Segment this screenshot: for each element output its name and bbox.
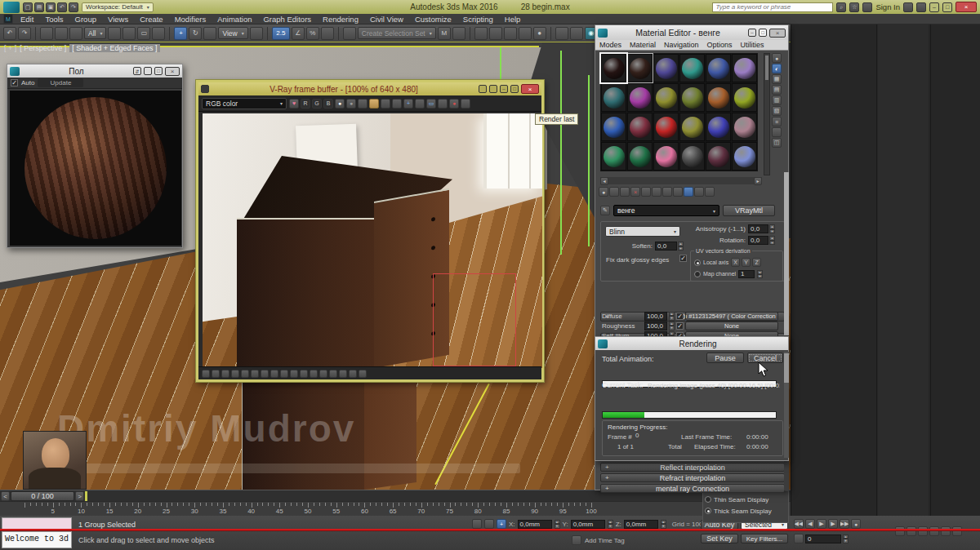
- menu-views[interactable]: Views: [102, 15, 134, 24]
- window-maximize-icon[interactable]: □: [942, 2, 952, 12]
- viewport-nav-label[interactable]: [ + ]: [4, 44, 16, 52]
- window-close-icon[interactable]: ×: [956, 2, 977, 12]
- unlink-selection-icon[interactable]: [55, 27, 68, 40]
- pixel-info-icon[interactable]: [359, 370, 367, 378]
- select-and-link-icon[interactable]: [40, 27, 53, 40]
- favorites-star-icon[interactable]: ☆: [849, 2, 859, 12]
- color-balance-icon[interactable]: [270, 370, 278, 378]
- rotation-field[interactable]: 0,0: [748, 236, 768, 245]
- previous-frame-icon[interactable]: ◀: [805, 519, 815, 529]
- selection-filter-dropdown[interactable]: All▾: [84, 27, 106, 39]
- pick-material-eyedropper-icon[interactable]: ✎: [600, 206, 610, 215]
- menu-navigation[interactable]: Navigation: [660, 41, 703, 49]
- soften-field[interactable]: 0,0: [655, 242, 677, 251]
- cloud-render-icon[interactable]: [461, 99, 470, 109]
- rendering-dialog-scrollbar[interactable]: [784, 352, 789, 458]
- align-icon[interactable]: [452, 27, 466, 40]
- material-swatch[interactable]: [679, 54, 705, 82]
- material-editor-icon[interactable]: ●: [533, 27, 546, 40]
- sample-type-icon[interactable]: ●: [772, 53, 782, 63]
- background-checker-icon[interactable]: ▦: [772, 74, 782, 84]
- vfb-maximize-icon[interactable]: □: [510, 85, 519, 93]
- material-swatch[interactable]: [732, 54, 757, 82]
- material-swatch[interactable]: [679, 142, 705, 171]
- layer-manager-icon[interactable]: [474, 27, 488, 40]
- thick-seam-radio[interactable]: [705, 508, 711, 514]
- map-channel-radio[interactable]: [694, 271, 701, 277]
- sample-slots-vscrollbar[interactable]: [764, 53, 770, 175]
- previous-frame-arrow[interactable]: <: [1, 491, 10, 501]
- map-channel-field[interactable]: 1: [738, 270, 755, 278]
- absolute-mode-icon[interactable]: +: [497, 519, 506, 529]
- orbit-icon[interactable]: [941, 526, 951, 536]
- select-by-name-icon[interactable]: [122, 27, 136, 40]
- menu-material[interactable]: Material: [626, 41, 660, 49]
- material-swatch[interactable]: [601, 54, 626, 82]
- menu-utilities[interactable]: Utilities: [737, 41, 768, 49]
- load-image-icon[interactable]: [369, 99, 379, 109]
- render-setup-icon[interactable]: [555, 27, 568, 40]
- next-frame-arrow[interactable]: >: [75, 491, 84, 501]
- sample-slots-hscrollbar[interactable]: ◂ ▸: [600, 177, 762, 184]
- blue-channel-icon[interactable]: B: [323, 99, 333, 109]
- video-color-check-icon[interactable]: ▥: [772, 95, 782, 105]
- play-animation-icon[interactable]: ▶: [817, 519, 826, 529]
- material-swatch[interactable]: [627, 113, 653, 141]
- map-button[interactable]: з #1123125497 ( Color Correction ): [685, 312, 778, 321]
- viewport-shading-label[interactable]: [ Shaded + Edged Faces ]: [69, 44, 159, 52]
- go-to-end-icon[interactable]: ▶▶: [840, 519, 849, 529]
- region-render-icon[interactable]: ▭: [426, 99, 436, 109]
- material-swatch[interactable]: [601, 83, 626, 112]
- material-swatch[interactable]: [706, 83, 731, 112]
- zoom-icon[interactable]: [895, 526, 905, 536]
- material-swatch[interactable]: [653, 83, 679, 112]
- menu-civil-view[interactable]: Civil View: [364, 15, 409, 24]
- rollout-refract-interpolation[interactable]: +Refract interpolation: [600, 473, 785, 482]
- vfb-pin-icon[interactable]: [479, 85, 487, 93]
- graphite-ribbon-icon[interactable]: [489, 27, 502, 40]
- material-swatch[interactable]: [732, 142, 757, 171]
- go-to-start-icon[interactable]: ◀◀: [794, 519, 804, 529]
- go-to-parent-icon[interactable]: [694, 187, 704, 197]
- red-channel-icon[interactable]: R: [301, 99, 310, 109]
- y-coord-field[interactable]: 0,0mm: [571, 520, 605, 529]
- preview-window-titlebar[interactable]: Пол ⇵ □ ×: [7, 64, 182, 78]
- vfb-close-icon[interactable]: ×: [521, 84, 539, 94]
- add-time-tag[interactable]: Add Time Tag: [585, 537, 625, 544]
- track-bar[interactable]: 5101520253035404550556065707580859095100: [0, 501, 791, 516]
- bind-to-space-warp-icon[interactable]: [69, 27, 82, 40]
- anisotropy-field[interactable]: 0,0: [748, 224, 768, 233]
- selection-lock-icon[interactable]: [484, 519, 494, 529]
- material-swatch[interactable]: [601, 142, 626, 171]
- window-minimize-icon[interactable]: –: [929, 2, 939, 12]
- menu-scripting[interactable]: Scripting: [457, 15, 499, 24]
- undo-icon[interactable]: ↶: [57, 2, 67, 12]
- z-coord-field[interactable]: 0,0mm: [624, 520, 658, 529]
- zoom-extents-icon[interactable]: [918, 526, 928, 536]
- save-channels-icon[interactable]: [202, 370, 210, 378]
- undo-icon[interactable]: ↶: [3, 27, 16, 40]
- help-icon[interactable]: [349, 370, 357, 378]
- key-mode-toggle-icon[interactable]: ●: [851, 519, 861, 529]
- map-button[interactable]: None: [685, 322, 778, 330]
- use-pivot-center-icon[interactable]: [250, 27, 263, 40]
- clear-image-icon[interactable]: [381, 99, 390, 109]
- exposure-icon[interactable]: [241, 370, 249, 378]
- percent-snap-icon[interactable]: %: [306, 27, 319, 40]
- map-enabled-checkbox[interactable]: ✓: [676, 313, 684, 320]
- duplicate-buffer-icon[interactable]: [392, 99, 402, 109]
- material-editor-close-icon[interactable]: ×: [769, 29, 786, 38]
- put-to-library-icon[interactable]: [652, 187, 662, 197]
- material-swatch[interactable]: [653, 54, 679, 82]
- material-swatch[interactable]: [679, 113, 705, 141]
- assign-to-selection-icon[interactable]: [620, 187, 630, 197]
- menu-edit[interactable]: Edit: [15, 15, 39, 24]
- put-to-scene-icon[interactable]: [609, 187, 619, 197]
- open-file-icon[interactable]: ▤: [34, 2, 44, 12]
- key-filters-button[interactable]: Key Filters...: [741, 534, 788, 543]
- menu-modifiers[interactable]: Modifiers: [169, 15, 212, 24]
- material-swatch[interactable]: [653, 142, 679, 171]
- maximize-viewport-toggle-icon[interactable]: [952, 526, 962, 536]
- curves-icon[interactable]: [290, 370, 298, 378]
- preview-settings-icon[interactable]: [144, 67, 152, 75]
